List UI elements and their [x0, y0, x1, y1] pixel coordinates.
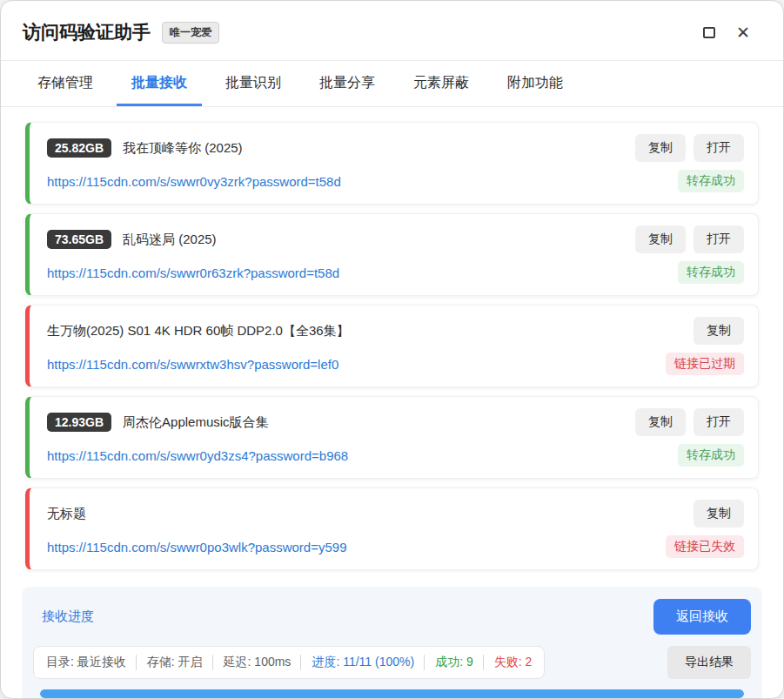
- share-link[interactable]: https://115cdn.com/s/swwrxtw3hsv?passwor…: [47, 357, 338, 372]
- item-title: 我在顶峰等你 (2025): [123, 140, 243, 157]
- window-controls: ✕: [703, 24, 762, 41]
- tab-batch-share[interactable]: 批量分享: [305, 61, 390, 106]
- stat-directory: 目录: 最近接收: [46, 655, 126, 670]
- share-link[interactable]: https://115cdn.com/s/swwr0vy3zrk?passwor…: [47, 174, 341, 189]
- stats-bar: 目录: 最近接收 存储: 开启 延迟: 100ms 进度: 11/11 (100…: [33, 646, 545, 679]
- tab-extra-features[interactable]: 附加功能: [493, 61, 578, 106]
- close-icon[interactable]: ✕: [736, 24, 750, 41]
- stat-progress: 进度: 11/11 (100%): [300, 655, 414, 670]
- link-card: 生万物(2025) S01 4K HDR 60帧 DDP2.0【全36集】 复制…: [25, 305, 759, 387]
- link-card: 12.93GB 周杰伦Applemusic版合集 复制 打开 https://1…: [25, 396, 759, 479]
- open-button[interactable]: 打开: [694, 408, 744, 436]
- copy-button[interactable]: 复制: [635, 225, 686, 253]
- link-card: 无标题 复制 https://115cdn.com/s/swwr0po3wlk?…: [25, 487, 759, 570]
- tab-bar: 存储管理 批量接收 批量识别 批量分享 元素屏蔽 附加功能: [1, 61, 783, 107]
- open-button[interactable]: 打开: [694, 134, 744, 162]
- item-title: 无标题: [47, 506, 86, 522]
- maximize-icon[interactable]: [703, 27, 715, 38]
- size-badge: 12.93GB: [47, 413, 111, 432]
- size-badge: 25.82GB: [47, 138, 111, 158]
- receive-progress-panel: 接收进度 返回接收 目录: 最近接收 存储: 开启 延迟: 100ms 进度: …: [22, 587, 762, 699]
- progress-bar: [40, 689, 744, 698]
- status-badge: 转存成功: [678, 170, 744, 192]
- result-list: 25.82GB 我在顶峰等你 (2025) 复制 打开 https://115c…: [1, 107, 783, 570]
- stat-storage: 存储: 开启: [136, 655, 203, 670]
- link-card: 25.82GB 我在顶峰等你 (2025) 复制 打开 https://115c…: [25, 122, 759, 205]
- tab-batch-recognize[interactable]: 批量识别: [211, 61, 296, 106]
- progress-track: [40, 689, 744, 698]
- copy-button[interactable]: 复制: [635, 134, 686, 162]
- stat-delay: 延迟: 100ms: [212, 655, 291, 670]
- progress-label: 接收进度: [33, 608, 94, 625]
- status-badge: 转存成功: [678, 444, 744, 467]
- share-link[interactable]: https://115cdn.com/s/swwr0r63zrk?passwor…: [47, 265, 339, 280]
- stat-success: 成功: 9: [424, 655, 473, 670]
- size-badge: 73.65GB: [47, 230, 111, 249]
- link-card: 73.65GB 乱码迷局 (2025) 复制 打开 https://115cdn…: [25, 213, 759, 296]
- open-button[interactable]: 打开: [694, 225, 744, 253]
- status-badge: 链接已过期: [666, 353, 744, 375]
- export-results-button[interactable]: 导出结果: [667, 646, 751, 679]
- share-link[interactable]: https://115cdn.com/s/swwr0po3wlk?passwor…: [47, 540, 346, 554]
- item-title: 周杰伦Applemusic版合集: [123, 414, 269, 431]
- status-badge: 转存成功: [678, 261, 744, 284]
- share-link[interactable]: https://115cdn.com/s/swwr0yd3zs4?passwor…: [47, 448, 348, 463]
- back-receive-button[interactable]: 返回接收: [653, 599, 751, 635]
- tab-storage-management[interactable]: 存储管理: [23, 61, 108, 106]
- item-title: 乱码迷局 (2025): [123, 232, 217, 248]
- copy-button[interactable]: 复制: [635, 408, 686, 436]
- tab-element-block[interactable]: 元素屏蔽: [399, 61, 484, 106]
- stat-failed: 失败: 2: [483, 655, 533, 670]
- page-title: 访问码验证助手: [23, 20, 151, 44]
- copy-button[interactable]: 复制: [694, 317, 744, 345]
- title-bar: 访问码验证助手 唯一宠爱 ✕: [1, 1, 783, 61]
- version-badge: 唯一宠爱: [162, 22, 219, 44]
- tab-batch-receive[interactable]: 批量接收: [117, 61, 202, 106]
- app-window: 访问码验证助手 唯一宠爱 ✕ 存储管理 批量接收 批量识别 批量分享 元素屏蔽 …: [0, 0, 784, 699]
- copy-button[interactable]: 复制: [694, 500, 744, 528]
- item-title: 生万物(2025) S01 4K HDR 60帧 DDP2.0【全36集】: [47, 323, 350, 339]
- status-badge: 链接已失效: [666, 535, 744, 558]
